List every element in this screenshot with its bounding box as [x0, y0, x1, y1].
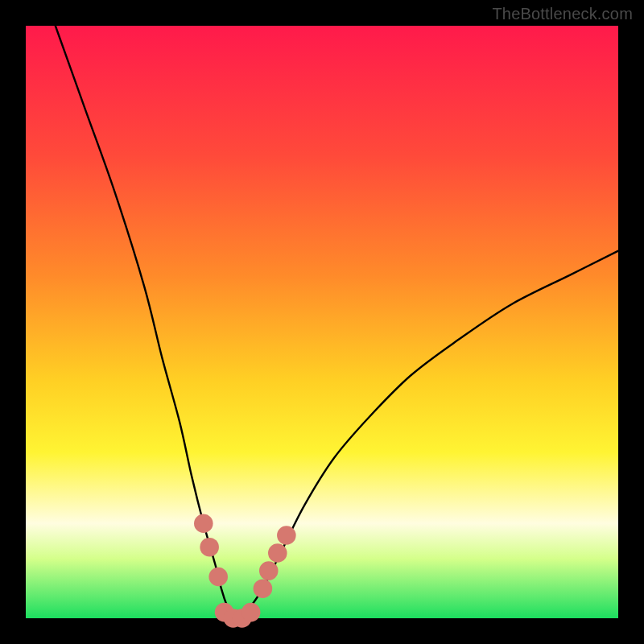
marker-dot [208, 568, 228, 587]
marker-dot [259, 561, 279, 580]
marker-dot [277, 526, 296, 545]
chart-svg [26, 26, 618, 618]
marker-dot [194, 514, 213, 533]
plot-area [26, 26, 618, 618]
attribution-label: TheBottleneck.com [492, 5, 633, 23]
chart-frame: TheBottleneck.com [0, 0, 644, 644]
marker-dot [254, 579, 273, 598]
bottleneck-curve [56, 26, 618, 619]
marker-dot [268, 543, 287, 563]
marker-group [194, 514, 296, 627]
marker-dot [242, 603, 261, 622]
marker-dot [200, 538, 219, 557]
